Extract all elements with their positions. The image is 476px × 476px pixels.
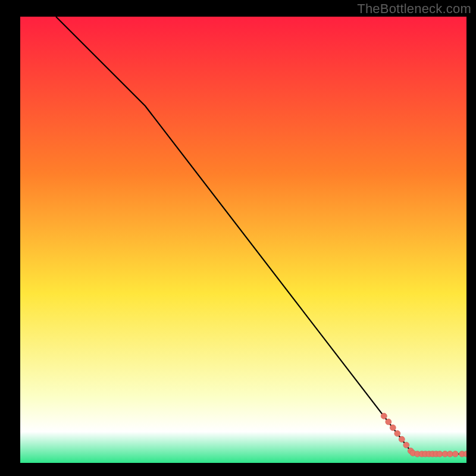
data-point bbox=[390, 425, 396, 431]
chart-svg bbox=[20, 17, 466, 463]
plot-area bbox=[20, 17, 466, 463]
data-point bbox=[437, 451, 443, 457]
watermark-label: TheBottleneck.com bbox=[357, 1, 471, 17]
data-point bbox=[394, 431, 400, 437]
data-point bbox=[452, 451, 458, 457]
data-point bbox=[386, 419, 392, 425]
data-point bbox=[381, 413, 387, 419]
data-point bbox=[447, 451, 453, 457]
chart-frame: TheBottleneck.com bbox=[0, 0, 476, 476]
gradient-background bbox=[20, 17, 466, 463]
data-point bbox=[403, 442, 409, 448]
data-point bbox=[399, 436, 405, 442]
